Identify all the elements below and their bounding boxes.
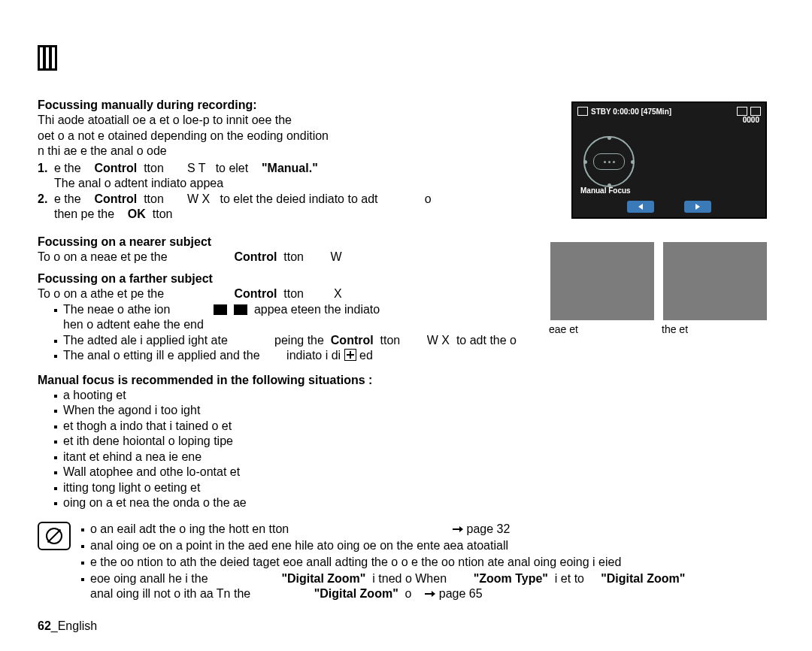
jog-dial-icon (583, 136, 635, 187)
heading-focus-far: Focussing on a farther subject (38, 271, 564, 286)
camera-screen: STBY 0:00:00 [475Min] 0000 Manual Focus (571, 101, 767, 219)
focus-near-button (627, 201, 654, 213)
manual-focus-label: Manual Focus (580, 186, 631, 195)
card-icon (737, 107, 747, 116)
note-icon (38, 522, 71, 550)
far-icon (234, 304, 247, 315)
step-2-number: 2. (38, 192, 54, 207)
intro-text: Thi aode atoatiall oe a et o loe-p to in… (38, 113, 564, 159)
far-bullets: The neae o athe ion appea eteen the indi… (38, 302, 774, 364)
near-icon (214, 304, 227, 315)
camcorder-icon (577, 107, 588, 116)
focus-far-button (684, 201, 711, 213)
arrow-icon (425, 590, 435, 598)
situations-list: a hooting et When the agond i too ight e… (38, 388, 774, 511)
near-text: To o on a neae et pe the Control tton W (38, 250, 564, 265)
note-body: o an eail adt the o ing the hott en tton… (81, 522, 774, 603)
heading-situations: Manual focus is recommended in the follo… (38, 373, 774, 388)
arrow-icon (453, 525, 463, 533)
step-1-number: 1. (38, 161, 54, 176)
battery-icon (750, 107, 761, 116)
step-2-text: e the Control tton W X to elet the deied… (54, 192, 432, 223)
page-number: 62 (38, 619, 51, 632)
camera-counter: 0000 (573, 116, 765, 124)
focus-slider (573, 201, 765, 213)
heading-focus-near: Focussing on a nearer subject (38, 235, 564, 250)
pause-icon (38, 45, 57, 71)
manual-focus-icon (344, 349, 356, 361)
page-footer: 62_English (38, 619, 97, 633)
camera-status: STBY 0:00:00 [475Min] (591, 107, 671, 116)
heading-focus-manual: Focussing manually during recording: (38, 98, 564, 113)
step-1-text: e the Control tton S T to elet "Manual."… (54, 161, 318, 192)
